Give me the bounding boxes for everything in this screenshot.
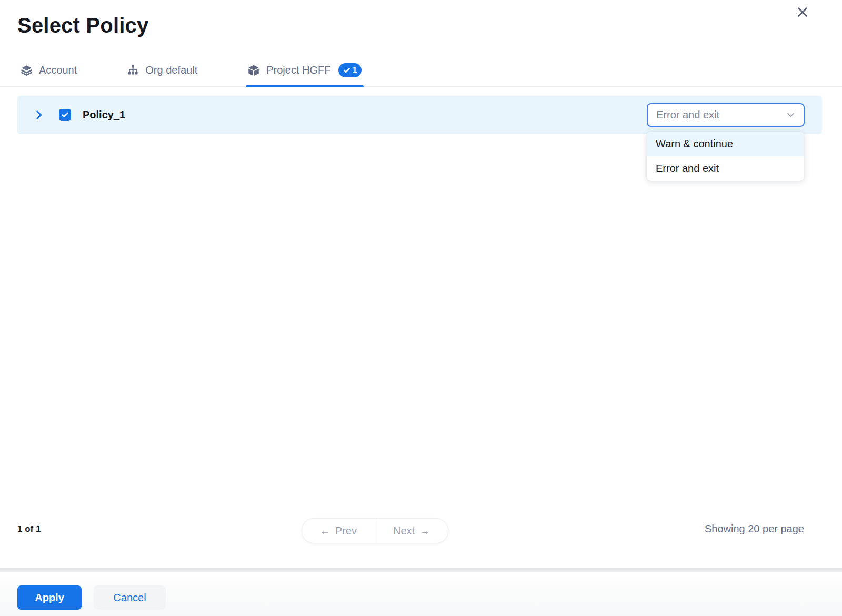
tab-account[interactable]: Account bbox=[20, 55, 77, 86]
prev-label: Prev bbox=[335, 525, 357, 537]
footer: Apply Cancel bbox=[0, 572, 842, 616]
policy-checkbox[interactable] bbox=[59, 109, 71, 121]
menu-item-error-exit[interactable]: Error and exit bbox=[647, 156, 804, 181]
policy-row: Policy_1 Error and exit bbox=[17, 96, 822, 134]
expand-chevron-right-icon[interactable] bbox=[33, 109, 45, 121]
page-indicator: 1 of 1 bbox=[17, 524, 41, 534]
apply-button[interactable]: Apply bbox=[17, 585, 82, 610]
page-title: Select Policy bbox=[17, 14, 148, 37]
policy-name: Policy_1 bbox=[83, 109, 125, 121]
layers-icon bbox=[20, 64, 33, 77]
action-dropdown-menu: Warn & continue Error and exit bbox=[647, 132, 804, 181]
selected-count-badge: 1 bbox=[338, 63, 362, 77]
next-button[interactable]: Next → bbox=[375, 519, 448, 543]
tab-org-default[interactable]: Org default bbox=[126, 55, 197, 86]
tab-label: Account bbox=[39, 64, 77, 76]
badge-count: 1 bbox=[352, 66, 357, 75]
arrow-right-icon: → bbox=[419, 525, 430, 537]
action-select-value: Error and exit bbox=[656, 109, 719, 121]
tab-label: Org default bbox=[145, 64, 197, 76]
menu-item-warn-continue[interactable]: Warn & continue bbox=[647, 132, 804, 156]
cube-icon bbox=[247, 64, 260, 77]
close-icon[interactable] bbox=[794, 3, 811, 21]
arrow-left-icon: ← bbox=[320, 525, 330, 537]
check-icon bbox=[61, 111, 69, 119]
pager: ← Prev Next → bbox=[302, 518, 448, 543]
tab-bar: Account Org default Project HGFF bbox=[0, 55, 842, 87]
footer-divider bbox=[0, 568, 842, 572]
action-select[interactable]: Error and exit bbox=[647, 103, 805, 127]
prev-button[interactable]: ← Prev bbox=[302, 519, 375, 543]
tab-project-hgff[interactable]: Project HGFF 1 bbox=[247, 55, 362, 86]
cancel-button[interactable]: Cancel bbox=[94, 585, 166, 610]
next-label: Next bbox=[393, 525, 415, 537]
per-page-text: Showing 20 per page bbox=[705, 523, 804, 535]
org-chart-icon bbox=[126, 64, 139, 77]
chevron-down-icon bbox=[785, 109, 796, 120]
check-icon bbox=[343, 67, 350, 74]
tab-label: Project HGFF bbox=[266, 64, 330, 76]
